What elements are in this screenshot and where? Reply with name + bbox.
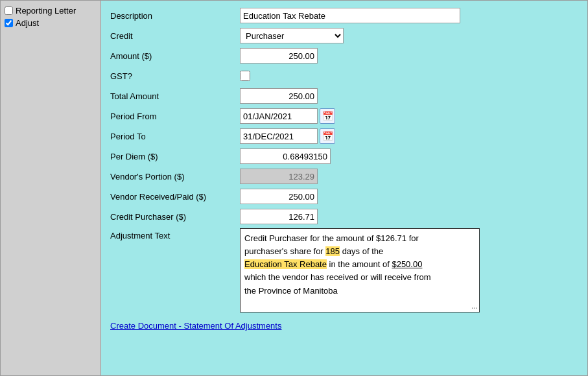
adjustment-text-row: Adjustment Text Credit Purchaser for the… (110, 228, 578, 312)
per-diem-input[interactable] (240, 148, 331, 164)
left-panel: Reporting Letter Adjust (1, 1, 101, 375)
adj-highlight-days: 185 (325, 246, 340, 256)
vendor-portion-row: Vendor's Portion ($) (110, 168, 578, 185)
adj-highlight-rebate: Education Tax Rebate (244, 259, 327, 269)
total-amount-input[interactable] (240, 88, 318, 104)
adjustment-text-content: Credit Purchaser for the amount of $126.… (240, 228, 480, 312)
period-to-label: Period To (110, 132, 240, 141)
adjust-label: Adjust (16, 18, 39, 28)
period-to-row: Period To 📅 (110, 128, 578, 145)
adjustment-text-label: Adjustment Text (110, 228, 240, 241)
main-panel: Description Credit Purchaser Vendor Amou… (101, 1, 587, 375)
amount-row: Amount ($) (110, 47, 578, 64)
adj-line1: Credit Purchaser for the amount of $126.… (244, 233, 431, 296)
credit-row: Credit Purchaser Vendor (110, 27, 578, 44)
period-to-calendar-icon[interactable]: 📅 (320, 128, 335, 144)
credit-purchaser-input[interactable] (240, 209, 318, 224)
period-from-calendar-icon[interactable]: 📅 (320, 108, 335, 124)
adj-highlight-amount: $250.00 (392, 259, 422, 269)
amount-input[interactable] (240, 48, 318, 64)
description-input[interactable] (240, 8, 460, 23)
vendor-received-label: Vendor Received/Paid ($) (110, 192, 240, 202)
per-diem-row: Per Diem ($) (110, 148, 578, 165)
period-from-row: Period From 📅 (110, 108, 578, 124)
create-document-link[interactable]: Create Document - Statement Of Adjustmen… (110, 321, 281, 331)
total-amount-row: Total Amount (110, 88, 578, 104)
reporting-letter-checkbox[interactable] (5, 6, 13, 15)
adjust-row: Adjust (5, 18, 97, 28)
credit-label: Credit (110, 31, 240, 41)
period-to-input[interactable] (240, 128, 318, 144)
period-to-container: 📅 (240, 128, 335, 144)
description-label: Description (110, 11, 240, 21)
more-button[interactable]: ... (471, 301, 478, 311)
vendor-received-row: Vendor Received/Paid ($) (110, 188, 578, 205)
vendor-portion-input (240, 169, 318, 184)
description-row: Description (110, 7, 578, 24)
vendor-portion-label: Vendor's Portion ($) (110, 172, 240, 182)
adjust-checkbox[interactable] (5, 19, 13, 27)
gst-row: GST? (110, 67, 578, 84)
amount-label: Amount ($) (110, 51, 240, 61)
per-diem-label: Per Diem ($) (110, 152, 240, 161)
gst-checkbox[interactable] (240, 71, 250, 81)
period-from-input[interactable] (240, 108, 318, 124)
gst-label: GST? (110, 71, 240, 81)
period-from-container: 📅 (240, 108, 335, 124)
credit-purchaser-row: Credit Purchaser ($) (110, 208, 578, 225)
reporting-letter-row: Reporting Letter (5, 6, 97, 16)
credit-purchaser-label: Credit Purchaser ($) (110, 212, 240, 222)
total-amount-label: Total Amount (110, 91, 240, 101)
credit-select[interactable]: Purchaser Vendor (240, 28, 344, 43)
main-container: Reporting Letter Adjust Description Cred… (0, 0, 588, 376)
period-from-label: Period From (110, 112, 240, 121)
vendor-received-input[interactable] (240, 189, 318, 204)
reporting-letter-label: Reporting Letter (16, 6, 76, 16)
